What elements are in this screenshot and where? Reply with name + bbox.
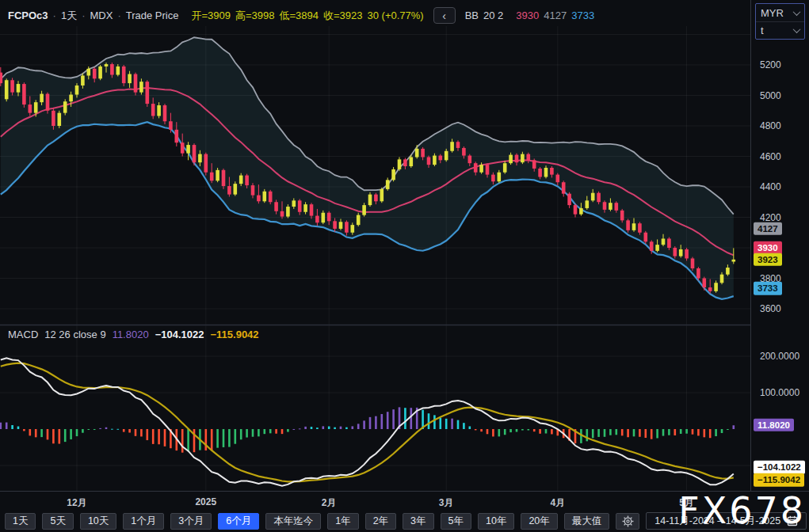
candle-body	[110, 64, 114, 74]
macd-histogram-bar	[345, 428, 348, 429]
range-button-3个月[interactable]: 3个月	[170, 513, 212, 530]
unit-select[interactable]: t	[756, 21, 804, 39]
interval-label[interactable]: 1天	[61, 9, 77, 23]
exchange-label: MDX	[90, 10, 113, 21]
candle-body	[626, 220, 630, 230]
range-button-3年[interactable]: 3年	[403, 513, 433, 530]
macd-histogram-bar	[363, 420, 365, 429]
candle-body	[139, 82, 143, 92]
candle-body	[29, 104, 32, 113]
range-button-1天[interactable]: 1天	[5, 513, 36, 530]
macd-hist-value: 11.8020	[113, 329, 149, 340]
candle-body	[128, 74, 132, 84]
candle-body	[58, 113, 62, 126]
date-range-picker[interactable]: 14-11月-2024 – 14-5月-2025	[646, 512, 807, 530]
bb-indicator-name[interactable]: BB	[465, 10, 479, 21]
candle-body	[327, 213, 331, 222]
candle-body	[17, 84, 21, 93]
macd-histogram-bar	[509, 429, 512, 432]
candle-body	[732, 260, 736, 262]
macd-histogram-bar	[697, 429, 700, 435]
macd-histogram-bar	[275, 429, 277, 434]
macd-histogram-bar	[23, 429, 25, 431]
candle-body	[5, 80, 9, 99]
candle-body	[175, 130, 179, 142]
candle-body	[597, 193, 601, 203]
macd-histogram-bar	[621, 429, 624, 435]
chevron-down-icon	[793, 8, 801, 16]
time-axis[interactable]: 12月20252月3月4月5月	[0, 491, 809, 511]
candle-body	[679, 249, 683, 256]
candle-body	[75, 86, 79, 95]
candle-body	[339, 222, 343, 229]
range-button-5年[interactable]: 5年	[441, 513, 471, 530]
candle-body	[708, 287, 712, 291]
range-button-本年迄今[interactable]: 本年迄今	[265, 513, 321, 530]
candle-body	[427, 157, 431, 165]
candle-body	[181, 142, 185, 153]
candle-body	[40, 94, 44, 103]
time-axis-month-label: 3月	[439, 496, 454, 510]
macd-histogram-bar	[727, 429, 729, 430]
candle-body	[450, 142, 454, 151]
candle-body	[498, 173, 502, 182]
high-value: 高=3998	[235, 9, 275, 23]
macd-histogram-bar	[487, 429, 489, 434]
candle-body	[134, 74, 138, 93]
macd-histogram-bar	[674, 429, 677, 435]
candle-body	[726, 268, 730, 275]
price-macd-chart[interactable]	[0, 0, 750, 491]
candle-body	[579, 208, 583, 215]
candle-body	[691, 258, 695, 268]
candle-body	[87, 69, 91, 76]
currency-select[interactable]: MYR	[756, 4, 804, 21]
range-button-20年[interactable]: 20年	[521, 513, 557, 530]
macd-histogram-bar	[709, 429, 712, 438]
macd-histogram-bar	[651, 429, 653, 439]
candle-body	[298, 200, 302, 211]
range-button-1个月[interactable]: 1个月	[123, 513, 164, 530]
macd-histogram-bar	[59, 429, 61, 444]
candle-body	[10, 80, 14, 92]
range-button-2年[interactable]: 2年	[365, 513, 396, 530]
range-button-1年[interactable]: 1年	[327, 513, 358, 530]
candle-body	[486, 165, 490, 175]
macd-histogram-bar	[40, 429, 43, 437]
symbol-name[interactable]: FCPOc3	[8, 10, 48, 21]
candle-body	[63, 101, 67, 112]
candle-body	[567, 194, 571, 205]
macd-histogram-bar	[35, 429, 37, 437]
candle-body	[157, 105, 161, 116]
macd-histogram-bar	[128, 429, 131, 432]
candle-body	[234, 184, 238, 194]
macd-histogram-bar	[223, 429, 225, 447]
macd-histogram-bar	[287, 429, 289, 432]
macd-histogram-bar	[668, 429, 670, 435]
range-button-10天[interactable]: 10天	[80, 513, 116, 530]
range-settings-button[interactable]	[616, 513, 639, 530]
macd-indicator-name[interactable]: MACD	[8, 329, 38, 340]
macd-histogram-bar	[316, 428, 319, 429]
range-button-最大值[interactable]: 最大值	[564, 513, 610, 530]
range-toolbar: 1天5天10天1个月3个月6个月本年迄今1年2年3年5年10年20年最大值 14…	[0, 511, 809, 532]
macd-histogram-bar	[704, 429, 706, 437]
candle-body	[615, 203, 619, 211]
change-value: 30 (+0.77%)	[368, 10, 424, 21]
axis-price-badge: −115.9042	[754, 473, 804, 487]
macd-histogram-bar	[692, 429, 694, 435]
candle-body	[52, 111, 55, 126]
price-axis-panel[interactable]: 520050004800460044004200400038003600200.…	[750, 0, 809, 491]
macd-histogram-bar	[240, 429, 242, 439]
range-button-5天[interactable]: 5天	[42, 513, 73, 530]
candle-body	[351, 225, 355, 233]
candle-body	[345, 222, 349, 232]
candle-body	[521, 154, 525, 163]
macd-histogram-bar	[404, 408, 406, 429]
macd-histogram-bar	[516, 429, 518, 432]
range-button-6个月[interactable]: 6个月	[218, 513, 259, 530]
legend-back-button[interactable]: ‹	[433, 7, 456, 24]
candle-body	[527, 154, 531, 161]
trading-terminal: FCPOc3 · 1天 · MDX · Trade Price 开=3909 高…	[0, 0, 809, 532]
macd-histogram-bar	[311, 427, 313, 429]
range-button-10年[interactable]: 10年	[478, 513, 514, 530]
